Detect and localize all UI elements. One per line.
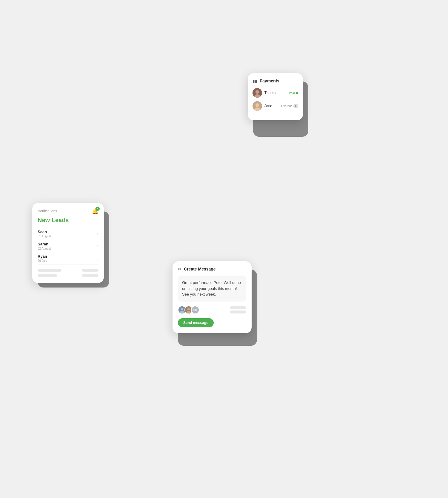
paid-label: Paid bbox=[289, 91, 295, 95]
avatars-group: +26 bbox=[178, 306, 199, 314]
skeleton-bar-1 bbox=[38, 269, 61, 272]
badge-paid: Paid bbox=[289, 91, 298, 95]
skeleton-bars bbox=[38, 269, 98, 277]
message-header: ✉ Create Message bbox=[178, 267, 246, 271]
lead-name-ryan: Ryan bbox=[38, 254, 47, 259]
new-leads-title: New Leads bbox=[38, 217, 98, 224]
avatar-jane bbox=[253, 101, 262, 111]
payment-name-thomas: Thomas bbox=[264, 91, 287, 95]
avatar-count: +26 bbox=[191, 306, 199, 314]
badge-overdue: Overdue 8 bbox=[281, 104, 298, 108]
recipient-count: +26 bbox=[193, 308, 197, 311]
lead-row-sarah[interactable]: Sarah 02 August › bbox=[38, 240, 98, 252]
lead-name-sarah: Sarah bbox=[38, 242, 51, 246]
lead-info-ryan: Ryan 29 July bbox=[38, 254, 47, 262]
envelope-icon: ✉ bbox=[178, 267, 181, 271]
skeleton-right bbox=[230, 306, 246, 313]
lead-row-sean[interactable]: Sean 31 August › bbox=[38, 228, 98, 240]
chevron-icon-sarah: › bbox=[97, 244, 98, 248]
lead-info-sean: Sean 31 August bbox=[38, 230, 51, 238]
paid-dot bbox=[296, 92, 298, 94]
payment-row-thomas[interactable]: Thomas Paid bbox=[253, 88, 298, 98]
notifications-card: Notifications 🔔 4 New Leads Sean 31 Augu… bbox=[32, 203, 104, 283]
payment-row-jane[interactable]: Jane Overdue 8 bbox=[253, 101, 298, 111]
svg-point-1 bbox=[255, 90, 259, 94]
lead-date-sean: 31 August bbox=[38, 235, 51, 238]
lead-info-sarah: Sarah 02 August bbox=[38, 242, 51, 250]
payments-card-header: ▮▮ Payments bbox=[253, 79, 298, 83]
skeleton-right-bar-2 bbox=[230, 311, 246, 313]
message-body-text: Great performace Pete! Well done on hitt… bbox=[182, 280, 241, 296]
chevron-icon-sean: › bbox=[97, 231, 98, 236]
notifications-header: Notifications 🔔 4 bbox=[38, 208, 98, 214]
skeleton-bar-2 bbox=[82, 269, 98, 272]
svg-point-11 bbox=[186, 311, 191, 314]
send-message-button[interactable]: Send message bbox=[178, 318, 214, 327]
bell-icon-wrap[interactable]: 🔔 4 bbox=[92, 208, 98, 214]
message-footer: +26 bbox=[178, 306, 246, 314]
message-body[interactable]: Great performace Pete! Well done on hitt… bbox=[178, 276, 246, 302]
lead-name-sean: Sean bbox=[38, 230, 51, 234]
payments-title: Payments bbox=[260, 79, 279, 83]
bell-badge: 4 bbox=[96, 207, 100, 211]
chevron-icon-ryan: › bbox=[97, 256, 98, 261]
lead-date-sarah: 02 August bbox=[38, 247, 51, 250]
svg-point-10 bbox=[187, 308, 190, 311]
lead-date-ryan: 29 July bbox=[38, 259, 47, 262]
payments-card: ▮▮ Payments Thomas Paid Jane Ove bbox=[248, 73, 303, 120]
svg-point-4 bbox=[255, 103, 259, 107]
avatar-thomas bbox=[253, 88, 262, 98]
notifications-label: Notifications bbox=[38, 209, 57, 213]
lead-row-ryan[interactable]: Ryan 29 July › bbox=[38, 252, 98, 265]
message-card: ✉ Create Message Great performace Pete! … bbox=[173, 261, 252, 333]
svg-point-8 bbox=[180, 311, 184, 314]
svg-point-7 bbox=[181, 308, 184, 311]
skeleton-bar-4 bbox=[82, 274, 98, 277]
payments-icon: ▮▮ bbox=[253, 79, 257, 83]
skeleton-right-bar-1 bbox=[230, 306, 246, 309]
overdue-label: Overdue bbox=[281, 104, 292, 108]
payment-name-jane: Jane bbox=[264, 104, 279, 108]
overdue-dot: 8 bbox=[293, 104, 298, 108]
message-title: Create Message bbox=[184, 267, 216, 271]
skeleton-bar-3 bbox=[38, 274, 57, 277]
